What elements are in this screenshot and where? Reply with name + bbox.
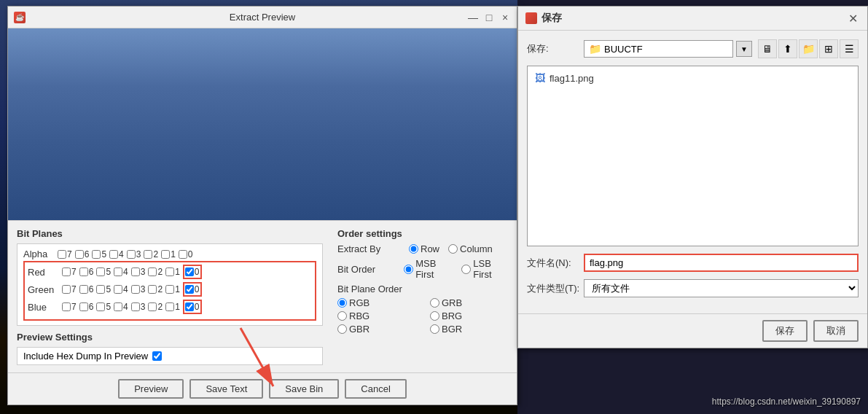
bit-plane-order-section: Bit Plane Order RGB GRB [337, 284, 508, 335]
blue-bit-7[interactable] [62, 302, 71, 311]
blue-bit-2[interactable] [148, 302, 157, 311]
save-cancel-button[interactable]: 取消 [813, 320, 859, 342]
folder-select[interactable]: 📁 BUUCTF [584, 40, 733, 58]
red-row: Red 7 6 5 4 3 2 1 0 [28, 265, 312, 279]
extract-titlebar: ☕ Extract Preview — □ × [8, 7, 517, 28]
blue-checkboxes: 7 6 5 4 3 2 1 0 [62, 300, 204, 314]
filetype-label: 文件类型(T): [527, 282, 578, 295]
red-bit-2[interactable] [148, 267, 157, 276]
save-text-button[interactable]: Save Text [189, 379, 263, 399]
blue-bit-4[interactable] [114, 302, 122, 311]
blue-bit-6[interactable] [79, 302, 88, 311]
titlebar-controls: — □ × [467, 12, 511, 23]
blue-bit-3[interactable] [131, 302, 140, 311]
red-checkboxes: 7 6 5 4 3 2 1 0 [62, 265, 204, 279]
maximize-button[interactable]: □ [483, 12, 495, 23]
blue-bit-1[interactable] [165, 302, 174, 311]
bit-order-row: Bit Order MSB First LSB First [337, 258, 508, 280]
save-dialog-title: 保存 [541, 12, 562, 25]
save-dialog-close[interactable]: ✕ [845, 11, 860, 26]
rbg-radio: RBG [337, 310, 415, 321]
folder-name: BUUCTF [604, 44, 643, 55]
hex-dump-row: Include Hex Dump In Preview [23, 351, 316, 362]
blue-label: Blue [28, 302, 60, 313]
red-bit-6[interactable] [79, 267, 88, 276]
red-label: Red [28, 267, 60, 278]
url-bar: https://blog.csdn.net/weixin_39190897 [712, 397, 861, 407]
toolbar-icons: 🖥 ⬆ 📁 ⊞ ☰ [758, 39, 859, 58]
left-panel: Bit Planes Alpha 7 6 5 4 3 2 1 [17, 228, 323, 365]
bit-order-label: Bit Order [337, 264, 398, 275]
bit-plane-order-grid: RGB GRB RBG [337, 297, 508, 335]
red-bit-1[interactable] [165, 267, 174, 276]
green-bit-2[interactable] [148, 285, 157, 294]
filetype-row: 文件类型(T): 所有文件 [527, 279, 859, 297]
alpha-bit-7: 7 [58, 249, 72, 259]
alpha-label: Alpha [23, 249, 56, 259]
lsb-first-radio: LSB First [461, 258, 508, 280]
hex-dump-label: Include Hex Dump In Preview [23, 351, 148, 362]
rgb-radio: RGB [337, 297, 415, 308]
green-bit-0[interactable] [185, 285, 194, 294]
preview-button[interactable]: Preview [118, 379, 184, 399]
gbr-radio: GBR [337, 324, 415, 335]
bit-planes-title: Bit Planes [17, 228, 323, 239]
save-titlebar: 保存 ✕ [518, 7, 867, 31]
green-checkboxes: 7 6 5 4 3 2 1 0 [62, 282, 204, 297]
alpha-row: Alpha 7 6 5 4 3 2 1 0 [23, 249, 316, 259]
extract-by-radios: Row Column [409, 243, 493, 254]
green-bit-7[interactable] [62, 285, 71, 294]
filetype-select[interactable]: 所有文件 [584, 279, 859, 297]
image-preview-area [8, 28, 517, 220]
filename-input[interactable] [584, 254, 859, 272]
msb-first-radio: MSB First [404, 258, 453, 280]
extract-by-row: Extract By Row Column [337, 243, 508, 254]
green-bit-4[interactable] [114, 285, 122, 294]
green-label: Green [28, 284, 60, 295]
extract-by-column-radio: Column [448, 243, 493, 254]
green-bit-6[interactable] [79, 285, 88, 294]
file-name: flag11.png [550, 73, 594, 84]
green-bit-1[interactable] [165, 285, 174, 294]
bit-planes-section: Alpha 7 6 5 4 3 2 1 0 [17, 243, 323, 326]
green-bit-5[interactable] [96, 285, 105, 294]
rgb-bordered-group: Red 7 6 5 4 3 2 1 0 [23, 261, 316, 321]
save-location-row: 保存: 📁 BUUCTF ▼ 🖥 ⬆ 📁 ⊞ ☰ [527, 39, 859, 58]
alpha-checkboxes: 7 6 5 4 3 2 1 0 [58, 249, 195, 259]
file-item[interactable]: 🖼 flag11.png [532, 71, 853, 85]
red-bit-0[interactable] [185, 267, 194, 276]
red-bit-3[interactable] [131, 267, 140, 276]
hex-dump-checkbox[interactable] [152, 351, 162, 361]
toolbar-icon-2[interactable]: ⬆ [778, 39, 797, 58]
preview-settings-section: Preview Settings Include Hex Dump In Pre… [17, 332, 323, 365]
alpha-bit-6: 6 [75, 249, 90, 259]
controls-area: Bit Planes Alpha 7 6 5 4 3 2 1 [8, 220, 517, 372]
file-list-area: 🖼 flag11.png [527, 66, 859, 246]
red-bit-4[interactable] [114, 267, 122, 276]
toolbar-icon-5[interactable]: ☰ [840, 39, 859, 58]
filename-label: 文件名(N): [527, 257, 578, 270]
toolbar-icon-4[interactable]: ⊞ [819, 39, 838, 58]
close-button[interactable]: × [499, 12, 511, 23]
titlebar-left: ☕ [14, 12, 26, 23]
toolbar-icon-1[interactable]: 🖥 [758, 39, 777, 58]
green-bit-3[interactable] [131, 285, 140, 294]
red-bit-5[interactable] [96, 267, 105, 276]
grb-radio: GRB [430, 297, 508, 308]
save-location-bar: 📁 BUUCTF ▼ [584, 40, 752, 58]
alpha-bit-4: 4 [109, 249, 124, 259]
minimize-button[interactable]: — [467, 12, 479, 23]
alpha-bit-0: 0 [179, 249, 193, 259]
red-bit-7[interactable] [62, 267, 71, 276]
blue-bit-0[interactable] [185, 302, 194, 311]
cancel-button[interactable]: Cancel [345, 379, 406, 399]
toolbar-icon-3[interactable]: 📁 [799, 39, 818, 58]
order-section: Extract By Row Column [337, 243, 508, 335]
folder-dropdown-btn[interactable]: ▼ [736, 41, 752, 57]
folder-icon: 📁 [589, 43, 601, 55]
blue-row: Blue 7 6 5 4 3 2 1 0 [28, 300, 312, 314]
save-bin-button[interactable]: Save Bin [269, 379, 339, 399]
blue-bit-5[interactable] [96, 302, 105, 311]
alpha-bit-2: 2 [144, 249, 158, 259]
save-confirm-button[interactable]: 保存 [762, 320, 808, 342]
